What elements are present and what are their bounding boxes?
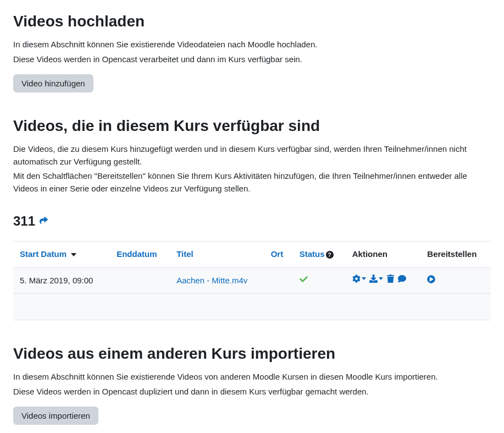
sort-desc-icon: [71, 253, 76, 256]
course-header: 311: [13, 211, 491, 231]
import-heading: Videos aus einem anderen Kurs importiere…: [13, 342, 491, 365]
col-location[interactable]: Ort: [264, 242, 293, 268]
table-row-padding: [13, 294, 491, 320]
cell-location: [264, 267, 293, 294]
upload-desc-1: In diesem Abschnitt können Sie existiere…: [13, 39, 491, 51]
import-desc-1: In diesem Abschnitt können Sie existiere…: [13, 371, 491, 383]
available-desc-2: Mit den Schaltflächen "Bereitstellen" kö…: [13, 170, 491, 195]
col-status[interactable]: Status?: [293, 242, 346, 268]
video-title-link[interactable]: Aachen - Mitte.m4v: [176, 276, 247, 285]
col-status-label: Status: [300, 249, 325, 259]
col-provide: Bereitstellen: [420, 242, 491, 268]
col-end-date[interactable]: Enddatum: [110, 242, 170, 268]
download-menu-button[interactable]: [369, 275, 383, 283]
upload-section: Videos hochladen In diesem Abschnitt kön…: [13, 10, 491, 92]
cell-status: [293, 267, 346, 294]
chevron-down-icon: [379, 277, 383, 280]
col-start-date[interactable]: Start Datum: [13, 242, 110, 268]
comment-button[interactable]: [398, 275, 406, 283]
col-actions: Aktionen: [346, 242, 421, 268]
import-videos-button[interactable]: Videos importieren: [13, 407, 98, 425]
add-video-button[interactable]: Video hinzufügen: [13, 74, 93, 92]
cell-actions: [346, 267, 421, 294]
cell-start-date: 5. März 2019, 09:00: [13, 267, 110, 294]
provide-play-button[interactable]: [427, 275, 435, 283]
upload-heading: Videos hochladen: [13, 10, 491, 33]
cell-provide: [420, 267, 491, 294]
help-icon[interactable]: ?: [326, 251, 334, 259]
available-section: Videos, die in diesem Kurs verfügbar sin…: [13, 114, 491, 320]
settings-menu-button[interactable]: [352, 275, 366, 283]
delete-button[interactable]: [386, 275, 395, 283]
import-section: Videos aus einem anderen Kurs importiere…: [13, 342, 491, 425]
videos-table: Start Datum Enddatum Titel Ort Status? A…: [13, 241, 491, 320]
cell-end-date: [110, 267, 170, 294]
share-icon[interactable]: [40, 216, 49, 226]
import-desc-2: Diese Videos werden in Opencast duplizie…: [13, 386, 491, 398]
chevron-down-icon: [362, 277, 366, 280]
cell-title: Aachen - Mitte.m4v: [170, 267, 264, 294]
available-desc-1: Die Videos, die zu diesem Kurs hinzugefü…: [13, 143, 491, 168]
status-ok-icon: [300, 276, 308, 285]
col-title[interactable]: Titel: [170, 242, 264, 268]
available-heading: Videos, die in diesem Kurs verfügbar sin…: [13, 114, 491, 138]
table-row: 5. März 2019, 09:00 Aachen - Mitte.m4v: [13, 267, 491, 294]
course-name: 311: [13, 211, 35, 231]
upload-desc-2: Diese Videos werden in Opencast verarbei…: [13, 53, 491, 66]
padding-cell: [13, 294, 491, 320]
col-start-date-label: Start Datum: [20, 249, 67, 259]
